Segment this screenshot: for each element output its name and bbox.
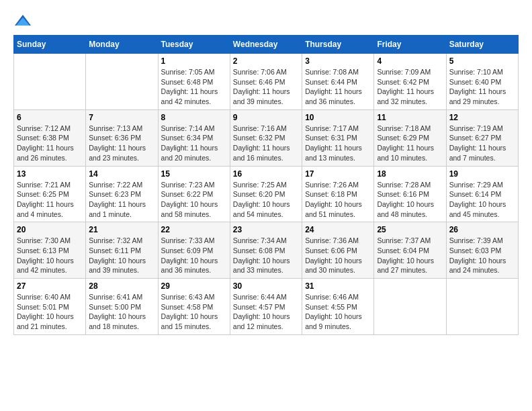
- logo: [13, 13, 35, 28]
- day-number: 10: [305, 113, 371, 122]
- calendar-cell: 22Sunrise: 7:33 AM Sunset: 6:09 PM Dayli…: [158, 222, 230, 279]
- day-number: 8: [161, 113, 227, 122]
- day-number: 20: [17, 225, 83, 234]
- calendar-cell: 26Sunrise: 7:39 AM Sunset: 6:03 PM Dayli…: [446, 222, 518, 279]
- calendar-week-5: 27Sunrise: 6:40 AM Sunset: 5:01 PM Dayli…: [14, 279, 519, 335]
- day-number: 17: [305, 169, 371, 179]
- calendar-cell: 24Sunrise: 7:36 AM Sunset: 6:06 PM Dayli…: [302, 222, 374, 279]
- day-info: Sunrise: 7:34 AM Sunset: 6:08 PM Dayligh…: [233, 236, 299, 275]
- day-number: 19: [449, 169, 515, 179]
- day-number: 13: [17, 169, 83, 179]
- day-info: Sunrise: 6:43 AM Sunset: 4:58 PM Dayligh…: [161, 292, 227, 332]
- day-number: 26: [449, 225, 515, 234]
- day-info: Sunrise: 7:37 AM Sunset: 6:04 PM Dayligh…: [377, 236, 443, 275]
- calendar-cell: 1Sunrise: 7:05 AM Sunset: 6:48 PM Daylig…: [158, 54, 230, 110]
- logo-icon: [13, 13, 32, 28]
- calendar-cell: 15Sunrise: 7:23 AM Sunset: 6:22 PM Dayli…: [158, 166, 230, 222]
- day-number: 24: [305, 225, 371, 234]
- weekday-header-thursday: Thursday: [302, 36, 374, 54]
- day-info: Sunrise: 6:44 AM Sunset: 4:57 PM Dayligh…: [233, 292, 299, 332]
- calendar-cell: 28Sunrise: 6:41 AM Sunset: 5:00 PM Dayli…: [86, 279, 158, 335]
- calendar-week-1: 1Sunrise: 7:05 AM Sunset: 6:48 PM Daylig…: [14, 54, 519, 110]
- day-info: Sunrise: 7:05 AM Sunset: 6:48 PM Dayligh…: [161, 67, 227, 107]
- weekday-header-row: SundayMondayTuesdayWednesdayThursdayFrid…: [14, 36, 519, 54]
- day-info: Sunrise: 7:21 AM Sunset: 6:25 PM Dayligh…: [17, 180, 83, 220]
- day-info: Sunrise: 7:29 AM Sunset: 6:14 PM Dayligh…: [449, 180, 515, 220]
- weekday-header-tuesday: Tuesday: [158, 36, 230, 54]
- calendar-cell: 6Sunrise: 7:12 AM Sunset: 6:38 PM Daylig…: [14, 109, 86, 166]
- calendar-cell: 23Sunrise: 7:34 AM Sunset: 6:08 PM Dayli…: [230, 222, 302, 279]
- calendar-cell: 18Sunrise: 7:28 AM Sunset: 6:16 PM Dayli…: [374, 166, 446, 222]
- day-number: 5: [449, 56, 515, 66]
- calendar-cell: [14, 54, 86, 110]
- day-info: Sunrise: 7:36 AM Sunset: 6:06 PM Dayligh…: [305, 236, 371, 275]
- calendar-cell: 17Sunrise: 7:26 AM Sunset: 6:18 PM Dayli…: [302, 166, 374, 222]
- day-info: Sunrise: 7:23 AM Sunset: 6:22 PM Dayligh…: [161, 180, 227, 220]
- weekday-header-friday: Friday: [374, 36, 446, 54]
- calendar-cell: [446, 279, 518, 335]
- day-number: 14: [89, 169, 154, 179]
- day-number: 18: [377, 169, 443, 179]
- calendar-cell: 7Sunrise: 7:13 AM Sunset: 6:36 PM Daylig…: [86, 109, 158, 166]
- calendar-cell: 10Sunrise: 7:17 AM Sunset: 6:31 PM Dayli…: [302, 109, 374, 166]
- day-number: 22: [161, 225, 227, 234]
- day-info: Sunrise: 7:33 AM Sunset: 6:09 PM Dayligh…: [161, 236, 227, 275]
- day-info: Sunrise: 7:26 AM Sunset: 6:18 PM Dayligh…: [305, 180, 371, 220]
- day-info: Sunrise: 7:32 AM Sunset: 6:11 PM Dayligh…: [89, 236, 154, 275]
- calendar-cell: 29Sunrise: 6:43 AM Sunset: 4:58 PM Dayli…: [158, 279, 230, 335]
- day-number: 23: [233, 225, 299, 234]
- day-info: Sunrise: 7:06 AM Sunset: 6:46 PM Dayligh…: [233, 67, 299, 107]
- weekday-header-wednesday: Wednesday: [230, 36, 302, 54]
- day-info: Sunrise: 7:28 AM Sunset: 6:16 PM Dayligh…: [377, 180, 443, 220]
- calendar-cell: 31Sunrise: 6:46 AM Sunset: 4:55 PM Dayli…: [302, 279, 374, 335]
- calendar-cell: 9Sunrise: 7:16 AM Sunset: 6:32 PM Daylig…: [230, 109, 302, 166]
- calendar-table: SundayMondayTuesdayWednesdayThursdayFrid…: [13, 35, 519, 335]
- day-info: Sunrise: 7:12 AM Sunset: 6:38 PM Dayligh…: [17, 124, 83, 163]
- calendar-cell: 5Sunrise: 7:10 AM Sunset: 6:40 PM Daylig…: [446, 54, 518, 110]
- day-number: 31: [305, 281, 371, 291]
- day-info: Sunrise: 7:19 AM Sunset: 6:27 PM Dayligh…: [449, 124, 515, 163]
- calendar-cell: 27Sunrise: 6:40 AM Sunset: 5:01 PM Dayli…: [14, 279, 86, 335]
- calendar-cell: 4Sunrise: 7:09 AM Sunset: 6:42 PM Daylig…: [374, 54, 446, 110]
- calendar-week-2: 6Sunrise: 7:12 AM Sunset: 6:38 PM Daylig…: [14, 109, 519, 166]
- day-info: Sunrise: 7:14 AM Sunset: 6:34 PM Dayligh…: [161, 124, 227, 163]
- calendar-week-4: 20Sunrise: 7:30 AM Sunset: 6:13 PM Dayli…: [14, 222, 519, 279]
- day-info: Sunrise: 7:13 AM Sunset: 6:36 PM Dayligh…: [89, 124, 154, 163]
- day-number: 11: [377, 113, 443, 122]
- day-number: 27: [17, 281, 83, 291]
- calendar-cell: [86, 54, 158, 110]
- calendar-cell: [374, 279, 446, 335]
- calendar-cell: 14Sunrise: 7:22 AM Sunset: 6:23 PM Dayli…: [86, 166, 158, 222]
- day-number: 6: [17, 113, 83, 122]
- calendar-cell: 16Sunrise: 7:25 AM Sunset: 6:20 PM Dayli…: [230, 166, 302, 222]
- day-number: 21: [89, 225, 154, 234]
- calendar-cell: 8Sunrise: 7:14 AM Sunset: 6:34 PM Daylig…: [158, 109, 230, 166]
- day-info: Sunrise: 7:22 AM Sunset: 6:23 PM Dayligh…: [89, 180, 154, 220]
- calendar-cell: 2Sunrise: 7:06 AM Sunset: 6:46 PM Daylig…: [230, 54, 302, 110]
- day-number: 7: [89, 113, 154, 122]
- day-number: 3: [305, 56, 371, 66]
- calendar-cell: 20Sunrise: 7:30 AM Sunset: 6:13 PM Dayli…: [14, 222, 86, 279]
- page-header: [13, 13, 519, 28]
- calendar-cell: 12Sunrise: 7:19 AM Sunset: 6:27 PM Dayli…: [446, 109, 518, 166]
- day-number: 29: [161, 281, 227, 291]
- day-info: Sunrise: 7:30 AM Sunset: 6:13 PM Dayligh…: [17, 236, 83, 275]
- day-number: 15: [161, 169, 227, 179]
- day-info: Sunrise: 7:39 AM Sunset: 6:03 PM Dayligh…: [449, 236, 515, 275]
- day-info: Sunrise: 7:09 AM Sunset: 6:42 PM Dayligh…: [377, 67, 443, 107]
- calendar-cell: 11Sunrise: 7:18 AM Sunset: 6:29 PM Dayli…: [374, 109, 446, 166]
- day-info: Sunrise: 7:17 AM Sunset: 6:31 PM Dayligh…: [305, 124, 371, 163]
- day-info: Sunrise: 6:40 AM Sunset: 5:01 PM Dayligh…: [17, 292, 83, 332]
- day-info: Sunrise: 6:41 AM Sunset: 5:00 PM Dayligh…: [89, 292, 154, 332]
- weekday-header-sunday: Sunday: [14, 36, 86, 54]
- weekday-header-saturday: Saturday: [446, 36, 518, 54]
- calendar-cell: 3Sunrise: 7:08 AM Sunset: 6:44 PM Daylig…: [302, 54, 374, 110]
- calendar-cell: 13Sunrise: 7:21 AM Sunset: 6:25 PM Dayli…: [14, 166, 86, 222]
- day-info: Sunrise: 7:18 AM Sunset: 6:29 PM Dayligh…: [377, 124, 443, 163]
- calendar-cell: 30Sunrise: 6:44 AM Sunset: 4:57 PM Dayli…: [230, 279, 302, 335]
- day-number: 25: [377, 225, 443, 234]
- calendar-cell: 21Sunrise: 7:32 AM Sunset: 6:11 PM Dayli…: [86, 222, 158, 279]
- day-info: Sunrise: 7:10 AM Sunset: 6:40 PM Dayligh…: [449, 67, 515, 107]
- day-number: 9: [233, 113, 299, 122]
- weekday-header-monday: Monday: [86, 36, 158, 54]
